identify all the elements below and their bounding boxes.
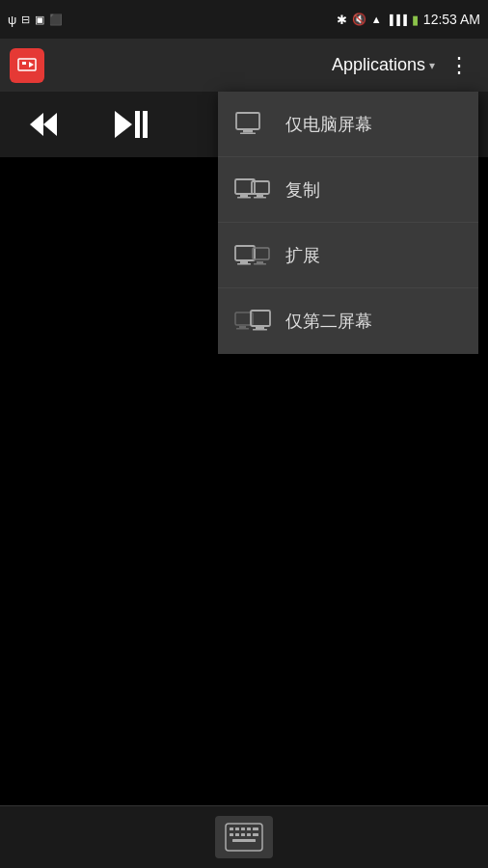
svg-rect-19	[237, 263, 251, 265]
svg-rect-40	[232, 839, 256, 842]
status-bar: ψ ⊟ ▣ ⬛ ✱ 🔇 ▲ ▐▐▐ ▮ 12:53 AM	[0, 0, 488, 39]
menu-item-second-only[interactable]: 仅第二屏幕	[218, 288, 478, 354]
keyboard-button[interactable]	[215, 816, 273, 858]
menu-item-extend[interactable]: 扩展	[218, 223, 478, 288]
menu-item-pc-only-label: 仅电脑屏幕	[285, 113, 372, 136]
svg-rect-31	[235, 827, 239, 830]
menu-item-duplicate[interactable]: 复制	[218, 157, 478, 223]
svg-rect-30	[230, 827, 233, 830]
svg-rect-25	[236, 328, 249, 330]
svg-rect-17	[235, 246, 255, 260]
svg-rect-38	[247, 833, 251, 836]
svg-rect-18	[240, 261, 248, 263]
svg-rect-24	[239, 326, 246, 328]
svg-rect-16	[254, 197, 266, 199]
keyboard-icon	[225, 823, 263, 852]
logo-icon	[16, 55, 38, 76]
status-left-icons: ψ ⊟ ▣ ⬛	[8, 13, 63, 27]
svg-rect-33	[247, 827, 251, 830]
menu-item-extend-label: 扩展	[285, 244, 320, 267]
signal-icon: ▐▐▐	[387, 14, 407, 25]
svg-rect-28	[253, 329, 267, 331]
toolbar: Applications ▾ ⋮	[0, 39, 488, 92]
single-screen-icon	[233, 110, 272, 139]
svg-marker-4	[43, 113, 57, 136]
svg-rect-26	[251, 311, 270, 326]
svg-rect-37	[241, 833, 245, 836]
svg-marker-2	[29, 62, 34, 68]
svg-rect-6	[135, 111, 140, 138]
svg-rect-32	[241, 827, 245, 830]
status-time: 12:53 AM	[423, 12, 480, 27]
rewind-icon	[22, 103, 65, 146]
dropdown-menu: 仅电脑屏幕 复制 扩展	[218, 92, 478, 354]
menu-item-second-only-label: 仅第二屏幕	[285, 310, 372, 333]
play-pause-button[interactable]	[96, 100, 164, 149]
svg-rect-27	[256, 327, 264, 329]
svg-rect-8	[236, 113, 259, 129]
menu-item-pc-only[interactable]: 仅电脑屏幕	[218, 92, 478, 157]
sd-icon: ▣	[35, 14, 44, 26]
status-right-icons: ✱ 🔇 ▲ ▐▐▐ ▮ 12:53 AM	[337, 12, 480, 27]
svg-marker-5	[115, 111, 132, 138]
dual-screen-same-icon	[233, 176, 272, 204]
app-logo[interactable]	[10, 48, 44, 83]
svg-rect-13	[237, 197, 251, 199]
shop-icon: ⬛	[49, 14, 63, 26]
svg-rect-15	[257, 195, 263, 197]
title-dropdown-arrow: ▾	[429, 59, 435, 72]
svg-rect-36	[235, 833, 239, 836]
bottom-bar	[0, 805, 488, 868]
second-screen-icon	[233, 307, 272, 336]
usb-icon: ψ	[8, 13, 16, 27]
svg-rect-22	[254, 263, 266, 265]
toolbar-title-area[interactable]: Applications ▾	[44, 55, 435, 75]
sim-icon: ⊟	[21, 14, 30, 26]
svg-rect-39	[253, 833, 258, 836]
svg-rect-7	[143, 111, 148, 138]
menu-item-duplicate-label: 复制	[285, 178, 320, 202]
rewind-button[interactable]	[19, 100, 68, 149]
svg-rect-12	[240, 195, 248, 197]
svg-rect-1	[22, 62, 26, 65]
mute-icon: 🔇	[352, 13, 366, 26]
svg-rect-21	[257, 261, 263, 263]
svg-rect-34	[253, 827, 258, 830]
more-options-button[interactable]: ⋮	[441, 45, 478, 86]
wifi-icon: ▲	[371, 14, 382, 25]
svg-rect-35	[230, 833, 233, 836]
toolbar-title-text: Applications	[332, 55, 425, 75]
bluetooth-icon: ✱	[337, 13, 347, 27]
svg-rect-10	[240, 132, 256, 134]
battery-icon: ▮	[412, 13, 419, 27]
play-pause-icon	[109, 103, 151, 146]
svg-rect-9	[243, 130, 253, 133]
dual-screen-extend-icon	[233, 241, 272, 270]
svg-marker-3	[30, 113, 43, 136]
